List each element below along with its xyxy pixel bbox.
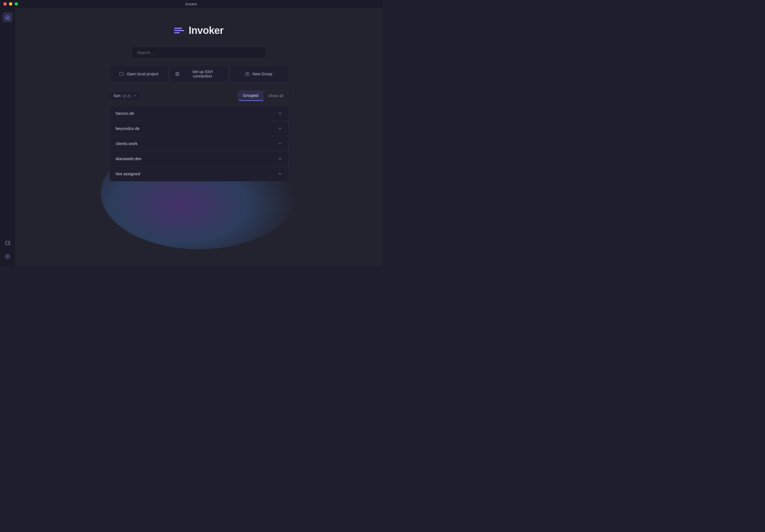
showall-view-button[interactable]: Show all [264,91,288,101]
puzzle-icon [5,240,10,246]
globe-icon [175,72,180,76]
group-item-5amco[interactable]: 5amco.de [110,106,288,121]
view-toggle: Grouped Show all [238,91,288,101]
gear-icon [5,254,10,259]
maximize-button[interactable] [15,2,18,6]
sort-value: (A-Z) [123,94,131,98]
chevron-icon [278,172,282,176]
group-item-clients[interactable]: clients.work [110,136,288,151]
close-button[interactable] [3,2,7,6]
sidebar [0,8,15,266]
groups-list: 5amco.de beyondco.de clients.work dianaw… [109,106,289,181]
group-name: Not assigned [116,171,140,176]
logo-line-1 [174,28,182,29]
logo-icon [174,27,184,34]
controls-bar: Sort (A-Z) Grouped Show all [109,91,289,101]
chevron-icon [278,111,282,116]
newgroup-icon [245,72,250,76]
window-controls [3,2,18,6]
chevron-icon [278,126,282,131]
titlebar-title: Invoker [185,2,197,6]
group-item-notassigned[interactable]: Not assigned [110,166,288,181]
logo-line-3 [174,32,180,33]
svg-point-0 [7,256,8,257]
logo-line-2 [174,30,184,31]
action-buttons: Open local project Set up SSH connection… [109,65,289,83]
ssh-button[interactable]: Set up SSH connection [169,65,229,83]
main-content: Invoker Open local project Set up SSH co… [15,8,382,266]
new-group-label: New Group [253,72,272,76]
home-icon [5,15,10,20]
sort-label: Sort [114,94,121,98]
ssh-label: Set up SSH connection [182,70,223,78]
chevron-down-icon [133,94,137,98]
open-local-button[interactable]: Open local project [109,65,169,83]
chevron-icon [278,141,282,146]
group-item-dianaweb[interactable]: dianaweb.dev [110,151,288,166]
sidebar-item-plugins[interactable] [3,238,13,248]
sidebar-item-home[interactable] [3,12,13,22]
sidebar-item-settings[interactable] [3,251,13,262]
open-local-label: Open local project [127,72,158,76]
app-header: Invoker [174,25,224,36]
group-name: beyondco.de [116,126,140,131]
sort-dropdown[interactable]: Sort (A-Z) [109,91,141,101]
minimize-button[interactable] [9,2,12,6]
chevron-icon [278,156,282,161]
sidebar-bottom [3,238,13,262]
group-name: 5amco.de [116,111,134,116]
search-input[interactable] [132,47,266,59]
app-layout: Invoker Open local project Set up SSH co… [0,8,382,266]
grouped-view-button[interactable]: Grouped [238,91,263,101]
app-title: Invoker [189,25,224,36]
group-name: clients.work [116,141,138,146]
new-group-button[interactable]: New Group [229,65,289,83]
search-container [132,47,266,59]
group-name: dianaweb.dev [116,156,142,161]
group-item-beyondco[interactable]: beyondco.de [110,121,288,136]
titlebar: Invoker [0,0,382,8]
folder-icon [119,72,124,76]
